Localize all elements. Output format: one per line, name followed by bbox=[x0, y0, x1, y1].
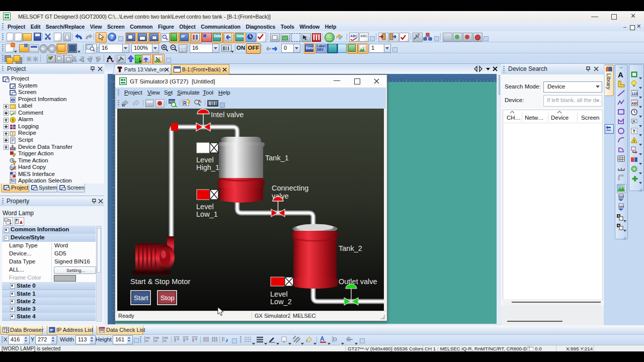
svg-text:8: 8 bbox=[283, 340, 285, 343]
svg-text:W: W bbox=[632, 120, 635, 123]
svg-text:W: W bbox=[122, 104, 125, 107]
svg-text:T: T bbox=[633, 129, 636, 134]
svg-text:IGES: IGES bbox=[619, 205, 624, 208]
svg-text:D: D bbox=[333, 336, 337, 343]
svg-text:IP: IP bbox=[50, 328, 53, 332]
svg-text:Start & Stop Motor: Start & Stop Motor bbox=[130, 278, 190, 286]
svg-text:Data: Data bbox=[100, 327, 105, 330]
svg-text:Start: Start bbox=[134, 294, 148, 302]
svg-text:Stop: Stop bbox=[160, 294, 175, 302]
svg-text:Intel valve: Intel valve bbox=[211, 111, 244, 119]
svg-text:ABC: ABC bbox=[631, 102, 638, 105]
svg-text:!: ! bbox=[633, 139, 635, 143]
svg-text:A: A bbox=[618, 70, 623, 79]
svg-text:Level: Level bbox=[196, 156, 214, 164]
svg-text:Outlet valve: Outlet valve bbox=[339, 278, 377, 286]
svg-text:Tank_2: Tank_2 bbox=[339, 244, 362, 252]
svg-text:A: A bbox=[320, 335, 325, 342]
svg-text:Tank_1: Tank_1 bbox=[265, 154, 289, 162]
svg-text:Connecting: Connecting bbox=[272, 184, 308, 192]
svg-text:DXF: DXF bbox=[619, 195, 624, 198]
svg-text:123: 123 bbox=[631, 92, 638, 96]
svg-text:Low_2: Low_2 bbox=[270, 298, 292, 306]
svg-text:High_1: High_1 bbox=[196, 163, 219, 171]
svg-text:Level: Level bbox=[270, 290, 288, 298]
svg-text:R: R bbox=[183, 101, 187, 106]
svg-text:Level: Level bbox=[196, 203, 214, 211]
svg-text:Low_1: Low_1 bbox=[196, 210, 218, 218]
